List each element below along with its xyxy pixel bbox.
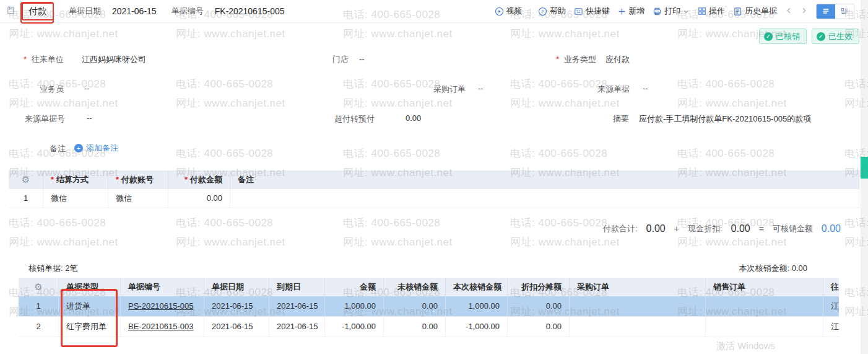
sales-order-cell (706, 296, 823, 316)
check-circle-icon: ✓ (817, 32, 825, 41)
svg-text:?: ? (541, 9, 544, 14)
header-unverified-amount: 未核销金额 (384, 278, 446, 296)
video-button[interactable]: 视频 (495, 6, 523, 17)
operations-button[interactable]: 操作 (698, 6, 725, 17)
row-number: 1 (9, 189, 43, 208)
header-label: 结算方式 (56, 175, 89, 184)
summary-label: 摘要 (613, 113, 629, 125)
chevron-down-icon[interactable] (683, 8, 690, 15)
print-button[interactable]: 打印 (653, 6, 690, 17)
payment-voucher-page: 付款 单据日期 2021-06-15 单据编号 FK-20210615-005 … (0, 0, 868, 354)
doc-no-link[interactable]: PS-20210615-005 (128, 301, 194, 311)
table-row[interactable]: 1 微信 微信 0.00 (9, 189, 859, 208)
remark-cell (230, 189, 859, 208)
payment-account-cell: 微信 (108, 189, 168, 208)
video-label: 视频 (506, 6, 523, 17)
payment-table-body: 1 微信 微信 0.00 (9, 189, 859, 208)
remark-label: 备注 (50, 143, 66, 154)
available-writeoff-label: 可核销金额 (773, 223, 813, 234)
scrollbar-thumb[interactable] (861, 157, 868, 179)
question-circle-icon: ? (538, 7, 547, 16)
source-no-label: 来源单据号 (25, 113, 65, 125)
purchase-order-cell (570, 296, 706, 316)
doc-no-link[interactable]: BE-20210615-003 (128, 322, 194, 331)
amount-cell: 1,000.00 (325, 296, 384, 316)
header-sales-order: 销售订单 (706, 278, 823, 296)
history-button[interactable]: 历史单据 (733, 6, 777, 17)
pay-total-value: 0.00 (646, 223, 666, 234)
row-number: 2 (19, 317, 59, 337)
plus-circle-icon: + (74, 144, 83, 153)
summary-value[interactable]: 应付款-手工填制付款单FK-20210615-005的款项 (639, 113, 811, 125)
form-view-button[interactable] (835, 4, 854, 19)
overpay-value[interactable]: 0.00 (406, 113, 421, 123)
store-value[interactable]: -- (359, 54, 365, 63)
header-doc-no: 单据编号 (121, 278, 204, 296)
header-purchase-order: 采购订单 (570, 278, 706, 296)
payment-amount-cell: 0.00 (168, 189, 230, 208)
amount-cell: -1,000.00 (325, 317, 384, 337)
header-doc-type: 单据类型 (59, 278, 121, 296)
store-label: 门店 (332, 54, 349, 65)
purchase-order-value[interactable]: -- (478, 84, 484, 93)
partner-value[interactable]: 江西妈妈咪呀公司 (82, 54, 146, 65)
discount-share-cell: 0.00 (508, 296, 570, 316)
doc-date-cell: 2021-06-15 (204, 317, 269, 337)
history-doc-icon (733, 7, 742, 16)
salesman-value[interactable]: -- (84, 84, 90, 93)
equals-sign: = (759, 224, 764, 234)
due-date-cell: 2021-06-15 (269, 296, 325, 316)
list-view-button[interactable] (817, 4, 835, 19)
salesman-label: 业务员 (40, 84, 64, 95)
next-doc-arrow[interactable] (801, 7, 808, 16)
writeoff-table: ⚙ 单据类型 单据编号 单据日期 到期日 金额 未核销金额 本次核销金额 折扣分… (19, 278, 839, 337)
column-settings-gear-icon[interactable]: ⚙ (9, 170, 43, 189)
cash-discount-value: 0.00 (731, 223, 750, 234)
required-asterisk: * (184, 175, 188, 184)
source-no-value[interactable]: -- (87, 113, 92, 123)
prev-doc-arrow[interactable] (785, 7, 792, 16)
right-scrollbar[interactable] (861, 0, 868, 354)
table-row[interactable]: 1 进货单 PS-20210615-005 2021-06-15 2021-06… (19, 296, 839, 317)
required-asterisk: * (556, 55, 559, 64)
header-amount: 金额 (325, 278, 384, 296)
table-row[interactable]: 2 红字费用单 BE-20210615-003 2021-06-15 2021-… (19, 317, 839, 337)
add-remark-link[interactable]: + 添加备注 (74, 143, 118, 154)
header-payment-amount: *付款金额 (168, 170, 230, 189)
column-settings-gear-icon[interactable]: ⚙ (19, 278, 59, 296)
toolbar-left: 付款 单据日期 2021-06-15 单据编号 FK-20210615-005 (6, 2, 285, 20)
doc-no-value: FK-20210615-005 (215, 6, 285, 16)
add-remark-wrap: + 添加备注 (74, 143, 118, 154)
writeoff-amount: 本次核销金额: 0.00 (739, 263, 807, 274)
windows-activation-watermark: 激活 Windows (716, 340, 775, 352)
header-payment-account: *付款账号 (108, 170, 168, 189)
shortcut-keys-icon (574, 7, 583, 16)
field-partner: * 往来单位 (24, 54, 64, 65)
pay-total-label: 付款合计: (603, 223, 638, 234)
plus-sign: + (674, 224, 679, 234)
add-remark-label: 添加备注 (86, 143, 118, 154)
partner-label: 往来单位 (32, 55, 64, 64)
writeoff-count: 核销单据: 2笔 (28, 263, 77, 274)
help-button[interactable]: ? 帮助 (538, 6, 566, 17)
overpay-label: 超付转预付 (334, 113, 375, 125)
biz-type-label: 业务类型 (564, 55, 596, 64)
biz-type-value[interactable]: 应付款 (605, 54, 630, 65)
header-settlement-method: *结算方式 (43, 170, 108, 189)
current-writeoff-cell: -1,000.00 (446, 317, 508, 337)
settlement-method-cell: 微信 (43, 189, 108, 208)
doc-date-label: 单据日期 (69, 6, 101, 17)
plus-icon (618, 7, 626, 15)
add-new-button[interactable]: 新增 (618, 6, 644, 17)
history-label: 历史单据 (745, 6, 777, 17)
status-badge-effective: ✓ 已生效 (812, 29, 859, 44)
play-circle-icon (495, 7, 504, 16)
print-label: 打印 (664, 6, 680, 17)
doc-type-cell: 进货单 (59, 296, 121, 316)
header-discount-share: 折扣分摊额 (508, 278, 570, 296)
shortcut-button[interactable]: 快捷键 (574, 6, 610, 17)
source-doc-value[interactable]: -- (643, 84, 648, 93)
row-number: 1 (19, 296, 59, 316)
partner-cell: 江 (823, 317, 839, 337)
doc-date-cell: 2021-06-15 (204, 296, 269, 316)
